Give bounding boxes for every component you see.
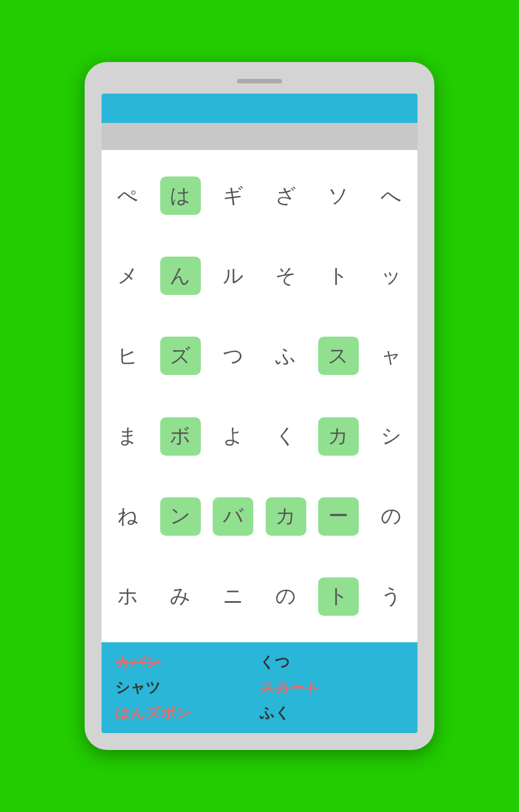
word-item: スカート	[260, 678, 404, 698]
grid-row: ヒズつふスャ	[102, 333, 417, 378]
words-row: シャツスカート	[115, 678, 404, 698]
grid-cell[interactable]: ル	[213, 257, 253, 295]
grid-row: ぺはギざソへ	[102, 173, 417, 218]
grid-cell[interactable]: メ	[108, 257, 148, 295]
grid-row: ホみニのトう	[102, 574, 417, 619]
word-item: シャツ	[115, 678, 260, 698]
words-row: カバンくつ	[115, 652, 404, 672]
timer-bar	[102, 123, 417, 150]
grid-cell[interactable]: つ	[213, 337, 253, 375]
grid-row: まボよくカシ	[102, 414, 417, 459]
grid-cell[interactable]: ホ	[108, 577, 148, 616]
grid-cell[interactable]: ン	[160, 497, 201, 536]
grid-cell[interactable]: ん	[160, 257, 201, 295]
grid-cell[interactable]: シ	[371, 417, 411, 456]
grid-cell[interactable]: ボ	[160, 417, 201, 456]
grid-cell[interactable]: ニ	[213, 577, 253, 616]
grid-cell[interactable]: ソ	[318, 176, 359, 215]
grid-cell[interactable]: ズ	[160, 337, 201, 375]
word-search-grid: ぺはギざソへメんルそトッヒズつふスャまボよくカシねンバカーのホみニのトう	[102, 150, 417, 642]
grid-cell[interactable]: ー	[318, 497, 359, 536]
grid-cell[interactable]: そ	[266, 257, 306, 295]
word-item: カバン	[115, 652, 260, 672]
grid-cell[interactable]: ね	[108, 497, 148, 536]
grid-cell[interactable]: カ	[266, 497, 306, 536]
grid-cell[interactable]: く	[266, 417, 306, 456]
grid-cell[interactable]: ふ	[266, 337, 306, 375]
grid-cell[interactable]: の	[371, 497, 411, 536]
words-panel: カバンくつシャツスカートはんズボンふく	[102, 642, 417, 733]
words-row: はんズボンふく	[115, 703, 404, 723]
grid-cell[interactable]: ッ	[371, 257, 411, 295]
tablet-notch	[237, 79, 282, 83]
grid-cell[interactable]: ま	[108, 417, 148, 456]
grid-cell[interactable]: よ	[213, 417, 253, 456]
grid-cell[interactable]: ぺ	[108, 176, 148, 215]
grid-cell[interactable]: ス	[318, 337, 359, 375]
grid-cell[interactable]: ざ	[266, 176, 306, 215]
grid-row: ねンバカーの	[102, 494, 417, 539]
toolbar	[102, 94, 417, 123]
word-item: くつ	[260, 652, 404, 672]
word-item: はんズボン	[115, 703, 260, 723]
grid-cell[interactable]: バ	[213, 497, 253, 536]
grid-cell[interactable]: ト	[318, 577, 359, 616]
grid-cell[interactable]: ヒ	[108, 337, 148, 375]
grid-cell[interactable]: の	[266, 577, 306, 616]
tablet-frame: ぺはギざソへメんルそトッヒズつふスャまボよくカシねンバカーのホみニのトう カバン…	[85, 62, 434, 750]
grid-cell[interactable]: カ	[318, 417, 359, 456]
grid-cell[interactable]: は	[160, 176, 201, 215]
grid-cell[interactable]: ト	[318, 257, 359, 295]
grid-row: メんルそトッ	[102, 253, 417, 298]
grid-cell[interactable]: ギ	[213, 176, 253, 215]
grid-cell[interactable]: へ	[371, 176, 411, 215]
app-screen: ぺはギざソへメんルそトッヒズつふスャまボよくカシねンバカーのホみニのトう カバン…	[102, 94, 417, 733]
grid-cell[interactable]: う	[371, 577, 411, 616]
grid-cell[interactable]: み	[160, 577, 201, 616]
word-item: ふく	[260, 703, 404, 723]
grid-cell[interactable]: ャ	[371, 337, 411, 375]
